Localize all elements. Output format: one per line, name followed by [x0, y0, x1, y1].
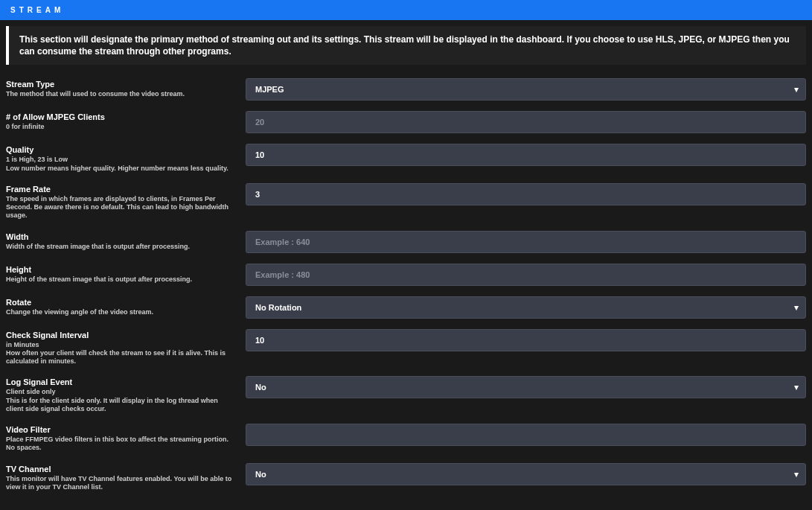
label-col: # of Allow MJPEG Clients 0 for infinite	[6, 111, 237, 131]
field-desc: The speed in which frames are displayed …	[6, 195, 237, 220]
field-label: Video Filter	[6, 425, 237, 434]
field-desc: Client side only	[6, 388, 237, 396]
input-col: No ▾	[246, 376, 806, 398]
field-desc: 1 is High, 23 is Low	[6, 156, 237, 164]
row-check-signal: Check Signal Interval in Minutes How oft…	[6, 329, 806, 366]
field-label: Check Signal Interval	[6, 331, 237, 340]
row-video-filter: Video Filter Place FFMPEG video filters …	[6, 424, 806, 453]
frame-rate-input[interactable]	[246, 183, 806, 205]
label-col: Log Signal Event Client side only This i…	[6, 376, 237, 413]
field-label: Quality	[6, 145, 237, 154]
input-col	[246, 183, 806, 205]
field-label: # of Allow MJPEG Clients	[6, 112, 237, 121]
mjpeg-clients-input[interactable]	[246, 111, 806, 133]
row-tv-channel: TV Channel This monitor will have TV Cha…	[6, 463, 806, 492]
field-label: Stream Type	[6, 80, 237, 89]
input-col	[246, 424, 806, 446]
label-col: Frame Rate The speed in which frames are…	[6, 183, 237, 220]
field-desc: This monitor will have TV Channel featur…	[6, 475, 237, 492]
label-col: Video Filter Place FFMPEG video filters …	[6, 424, 237, 453]
row-height: Height Height of the stream image that i…	[6, 264, 806, 286]
field-desc: 0 for infinite	[6, 123, 237, 131]
width-input[interactable]	[246, 231, 806, 253]
row-width: Width Width of the stream image that is …	[6, 231, 806, 253]
height-input[interactable]	[246, 264, 806, 286]
quality-input[interactable]	[246, 144, 806, 166]
video-filter-input[interactable]	[246, 424, 806, 446]
label-col: Rotate Change the viewing angle of the v…	[6, 296, 237, 316]
field-desc: in Minutes	[6, 341, 237, 349]
input-col: No ▾	[246, 463, 806, 485]
label-col: TV Channel This monitor will have TV Cha…	[6, 463, 237, 492]
input-col	[246, 144, 806, 166]
log-signal-select[interactable]: No	[246, 376, 806, 398]
field-label: Rotate	[6, 298, 237, 307]
field-desc: Width of the stream image that is output…	[6, 243, 237, 251]
stream-type-select[interactable]: MJPEG	[246, 78, 806, 101]
section-header: STREAM	[0, 0, 812, 20]
input-col	[246, 231, 806, 253]
field-desc2: Low number means higher quality. Higher …	[6, 165, 237, 173]
field-label: Width	[6, 232, 237, 241]
label-col: Width Width of the stream image that is …	[6, 231, 237, 251]
input-col	[246, 329, 806, 351]
input-col	[246, 111, 806, 133]
label-col: Check Signal Interval in Minutes How oft…	[6, 329, 237, 366]
row-mjpeg-clients: # of Allow MJPEG Clients 0 for infinite	[6, 111, 806, 133]
check-signal-input[interactable]	[246, 329, 806, 351]
field-desc: Change the viewing angle of the video st…	[6, 308, 237, 316]
label-col: Height Height of the stream image that i…	[6, 264, 237, 284]
input-col: No Rotation ▾	[246, 296, 806, 319]
content-area: This section will designate the primary …	[0, 26, 812, 508]
field-desc: Height of the stream image that is outpu…	[6, 275, 237, 284]
label-col: Stream Type The method that will used to…	[6, 78, 237, 98]
field-label: Height	[6, 265, 237, 274]
field-label: TV Channel	[6, 465, 237, 474]
row-log-signal: Log Signal Event Client side only This i…	[6, 376, 806, 413]
field-label: Log Signal Event	[6, 377, 237, 386]
field-desc: The method that will used to consume the…	[6, 90, 237, 98]
field-desc2: How often your client will check the str…	[6, 349, 237, 366]
row-frame-rate: Frame Rate The speed in which frames are…	[6, 183, 806, 220]
field-desc2: This is for the client side only. It wil…	[6, 397, 237, 414]
row-stream-type: Stream Type The method that will used to…	[6, 78, 806, 101]
input-col	[246, 264, 806, 286]
label-col: Quality 1 is High, 23 is Low Low number …	[6, 144, 237, 173]
info-box: This section will designate the primary …	[6, 26, 806, 65]
section-title: STREAM	[10, 6, 64, 14]
row-rotate: Rotate Change the viewing angle of the v…	[6, 296, 806, 319]
rotate-select[interactable]: No Rotation	[246, 296, 806, 319]
row-quality: Quality 1 is High, 23 is Low Low number …	[6, 144, 806, 173]
tv-channel-select[interactable]: No	[246, 463, 806, 485]
input-col: MJPEG ▾	[246, 78, 806, 101]
field-label: Frame Rate	[6, 185, 237, 194]
field-desc: Place FFMPEG video filters in this box t…	[6, 436, 237, 453]
